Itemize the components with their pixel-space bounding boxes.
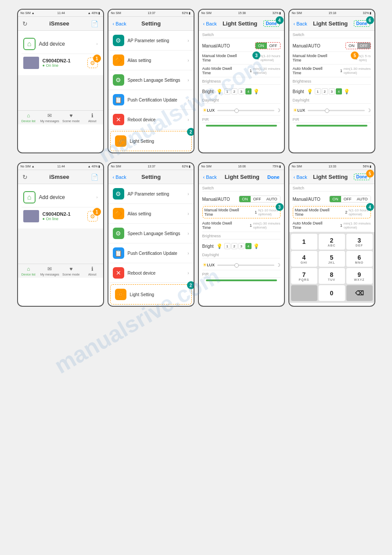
back-l1[interactable]: ‹ Back [203, 21, 217, 26]
toggle-on-li[interactable]: ON [239, 196, 251, 202]
toggle-off-l2[interactable]: OFF [357, 43, 370, 49]
back-l2[interactable]: ‹ Back [294, 21, 307, 26]
keypad-3[interactable]: 3 DEF [346, 234, 373, 250]
ap-label: AP Parameter setting [128, 38, 184, 43]
auto-dwell-label-l1: Auto Mode DwellTime [202, 66, 232, 75]
nav-messages[interactable]: ✉ My messages [39, 111, 61, 124]
toggle-off-l1[interactable]: OFF [267, 43, 280, 49]
nav-messages-2[interactable]: ✉ My messages [39, 264, 61, 278]
manual-auto-label-l1: Manual/AUTO [202, 44, 230, 48]
step-2-li[interactable]: 2 [231, 243, 237, 249]
setting-item-ap-2[interactable]: ⚙ AP Parameter setting › [108, 184, 194, 204]
switch-section-li: Switch [202, 184, 281, 192]
bright-steps-li: 1 2 3 4 [224, 243, 252, 249]
manual-auto-label-l2: Manual/AUTO [293, 44, 320, 48]
keypad-0[interactable]: 0 [319, 285, 345, 301]
backspace-icon: ⌫ [355, 290, 364, 297]
setting-item-speech-2[interactable]: ⚙ Speech Language Settings › [108, 224, 194, 243]
nav-about[interactable]: ℹ About [82, 111, 103, 124]
toggle-auto-kp[interactable]: AUTO [354, 196, 370, 202]
time-l1: 15:38 [238, 11, 246, 15]
step-2-l1[interactable]: 2 [231, 88, 237, 94]
setting-item-alias-2[interactable]: 🔶 Alias setting › [108, 204, 194, 224]
settings-gear-dashed-2[interactable]: ⚙ 1 [87, 211, 98, 221]
bulb-on-icon-l1: 💡 [253, 89, 259, 94]
refresh-icon-2[interactable]: ↻ [22, 174, 28, 181]
done-btn-l2[interactable]: Done 6 [354, 20, 370, 27]
keypad-6[interactable]: 6 MNO [346, 251, 373, 267]
setting-item-reboot-2[interactable]: ✕ Reboot device › [108, 263, 194, 283]
device-status-2: ● On line [43, 217, 84, 221]
done-btn-l1[interactable]: Done 4 [263, 20, 280, 27]
manual-value-l2: 2 5 h(1 5 rsopto) [355, 54, 370, 62]
back-button-s1[interactable]: ‹ Back [113, 21, 126, 26]
ap-icon-2: ⚙ [113, 188, 124, 200]
keypad-backspace[interactable]: ⌫ [346, 285, 373, 301]
toggle-on-l2[interactable]: ON [346, 43, 357, 49]
doc-icon[interactable]: 📄 [91, 20, 98, 27]
lux-slider-l2[interactable] [308, 110, 364, 111]
push-arrow: › [187, 98, 189, 102]
done-btn-kp[interactable]: Done 5 [354, 174, 370, 180]
step-4-li[interactable]: 4 [245, 243, 252, 249]
step-3-li[interactable]: 3 [238, 243, 245, 249]
setting-item-push-2[interactable]: 📋 Push Certification Update › [108, 243, 194, 263]
keypad-2[interactable]: 2 ABC [319, 234, 345, 250]
keypad-5[interactable]: 5 JKL [319, 251, 345, 267]
sr-kp: 56% ▮ [363, 165, 372, 168]
step-4-l1[interactable]: 4 [245, 88, 252, 94]
keypad-1[interactable]: 1 [291, 234, 317, 250]
toggle-auto-li[interactable]: AUTO [264, 196, 280, 202]
toggle-off-li[interactable]: OFF [251, 196, 264, 202]
time-kp: 13:33 [328, 165, 336, 168]
refresh-icon[interactable]: ↻ [22, 20, 28, 27]
step-1-li[interactable]: 1 [224, 243, 230, 249]
toggle-on-kp[interactable]: ON [330, 196, 341, 202]
setting-item-speech[interactable]: ⚙ Speech Language Settings › [108, 70, 194, 90]
add-device-row[interactable]: ⌂ Add device › [22, 34, 100, 54]
bright-label-l2: Bright [293, 89, 304, 94]
nav-device-list-2[interactable]: ⌂ Device list [18, 264, 40, 278]
back-li[interactable]: ‹ Back [203, 174, 217, 180]
setting-item-light[interactable]: 🔆 Light Setting 2 [110, 131, 192, 151]
keypad-7[interactable]: 7 PQRS [291, 268, 317, 284]
setting-item-light-2[interactable]: 🔆 Light Setting 2 [110, 284, 192, 305]
step-1-l1[interactable]: 1 [224, 88, 230, 94]
lux-slider-l1[interactable] [217, 110, 274, 111]
add-device-row-2[interactable]: ⌂ Add device › [22, 188, 100, 207]
step-1-l2[interactable]: 1 [315, 88, 321, 94]
back-s2[interactable]: ‹ Back [113, 174, 126, 180]
setting-item-reboot[interactable]: ✕ Reboot device › [108, 110, 194, 130]
device-row-2[interactable]: C9004DN2-1 ● On line ⚙ 1 [22, 207, 100, 225]
doc-icon-2[interactable]: 📄 [91, 174, 98, 181]
setting-item-alias[interactable]: 🔶 Alias setting › [108, 51, 194, 70]
sl-d2: No SIM ▲ [21, 165, 35, 168]
done-btn-li[interactable]: Done [267, 174, 280, 180]
settings-gear-dashed[interactable]: ⚙ 1 [87, 58, 98, 68]
toggle-off-kp[interactable]: OFF [341, 196, 354, 202]
setting-item-push[interactable]: 📋 Push Certification Update › [108, 90, 194, 110]
step-2-l2[interactable]: 2 [322, 88, 328, 94]
nav-scene-2[interactable]: ♥ Scene mode [61, 264, 82, 278]
nav-scene[interactable]: ♥ Scene mode [61, 111, 82, 124]
key-label-2: 2 [330, 237, 334, 244]
nav-about-2[interactable]: ℹ About [82, 264, 103, 278]
status-bar-s2: No SIM 13:37 62% ▮ [108, 163, 194, 170]
device-row-1[interactable]: C9004DN2-1 ● On line ⚙ 1 [22, 54, 100, 72]
brightness-row-l2: Bright 💡 1 2 3 4 💡 [293, 87, 371, 96]
bottom-nav-1: ⌂ Device list ✉ My messages ♥ Scene mode… [18, 110, 103, 124]
step-4-l2[interactable]: 4 [336, 88, 342, 94]
keypad-4[interactable]: 4 GHI [291, 251, 317, 267]
setting-item-ap[interactable]: ⚙ AP Parameter setting › [108, 31, 194, 51]
toggle-on-l1[interactable]: ON [255, 43, 267, 49]
back-kp[interactable]: ‹ Back [294, 174, 307, 180]
keypad-9[interactable]: 9 WXYZ [346, 268, 373, 284]
light-content-2: Switch Manual/AUTO ON OFF Manual Mode Dw… [289, 31, 374, 127]
brightness-section-l1: Brightness [202, 77, 281, 85]
lux-slider-li[interactable] [217, 265, 274, 266]
step-3-l2[interactable]: 3 [329, 88, 335, 94]
step-3-l1[interactable]: 3 [238, 88, 245, 94]
alias-arrow: › [187, 58, 189, 63]
nav-device-list[interactable]: ⌂ Device list [18, 111, 40, 124]
keypad-8[interactable]: 8 TUV [319, 268, 345, 284]
